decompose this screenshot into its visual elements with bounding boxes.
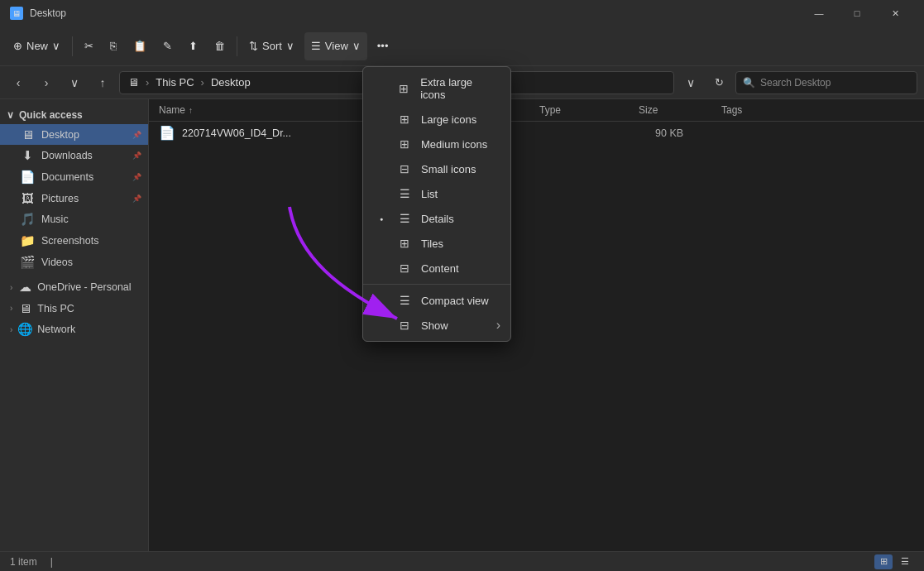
check-dot (375, 162, 388, 175)
share-button[interactable]: ⬆ (182, 32, 204, 60)
cut-icon: ✂ (84, 40, 93, 52)
view-icon: ☰ (311, 40, 321, 52)
downloads-icon: ⬇ (20, 148, 35, 163)
grid-view-toggle[interactable]: ⊞ (874, 554, 893, 569)
maximize-button[interactable]: □ (838, 0, 876, 26)
col-type-header[interactable]: Type (539, 104, 639, 116)
more-icon: ••• (377, 40, 389, 52)
screenshots-icon: 📁 (20, 233, 35, 248)
music-icon: 🎵 (20, 212, 35, 227)
dropdown-item-medium-icons[interactable]: ⊞ Medium icons (363, 132, 510, 156)
search-icon: 🔍 (743, 77, 755, 89)
sidebar-item-this-pc[interactable]: › 🖥 This PC (0, 298, 148, 319)
titlebar: 🖥 Desktop — □ ✕ (0, 0, 924, 26)
cut-button[interactable]: ✂ (78, 32, 100, 60)
toolbar-separator-1 (72, 36, 73, 56)
sidebar-item-label: Videos (41, 257, 73, 268)
dropdown-item-label: Medium icons (421, 138, 487, 151)
window-controls: — □ ✕ (800, 0, 914, 26)
file-row-0[interactable]: 📄 220714VW06_ID4_Dr... 05-08-2022 11:49 … (149, 122, 924, 144)
close-button[interactable]: ✕ (876, 0, 914, 26)
col-size-header[interactable]: Size (639, 104, 721, 116)
sidebar-item-documents[interactable]: 📄 Documents (0, 166, 148, 188)
dropdown-item-tiles[interactable]: ⊞ Tiles (363, 231, 510, 256)
dropdown-item-show[interactable]: ⊟ Show (363, 313, 510, 338)
paste-button[interactable]: 📋 (127, 32, 153, 60)
new-button[interactable]: ⊕ New ∨ (7, 32, 67, 60)
col-tags-header[interactable]: Tags (721, 104, 914, 116)
onedrive-icon: ☁ (17, 280, 32, 295)
sidebar-item-pictures[interactable]: 🖼 Pictures (0, 188, 148, 209)
dropdown-item-label: Tiles (421, 238, 443, 250)
sidebar-item-onedrive[interactable]: › ☁ OneDrive - Personal (0, 276, 148, 298)
refresh-button[interactable]: ↻ (707, 71, 730, 94)
window-title: Desktop (30, 7, 793, 19)
breadcrumb-desktop: Desktop (211, 76, 251, 89)
dropdown-item-list[interactable]: ☰ List (363, 181, 510, 206)
check-dot (375, 294, 388, 307)
search-box[interactable]: 🔍 Search Desktop (735, 71, 917, 94)
quick-access-chevron-icon: ∨ (7, 109, 14, 121)
expand-icon: › (10, 325, 12, 334)
copy-icon: ⎘ (110, 40, 117, 52)
quick-access-header[interactable]: ∨ Quick access (0, 106, 148, 124)
delete-button[interactable]: 🗑 (208, 32, 232, 60)
sidebar-item-music[interactable]: 🎵 Music (0, 209, 148, 230)
col-name-header[interactable]: Name ↑ (159, 104, 390, 116)
sidebar-item-label: Downloads (41, 150, 93, 161)
delete-icon: 🗑 (214, 40, 225, 52)
dropdown-item-compact-view[interactable]: ☰ Compact view (363, 288, 510, 313)
dropdown-item-label: Compact view (421, 295, 489, 307)
dropdown-item-content[interactable]: ⊟ Content (363, 256, 510, 281)
back-button[interactable]: ‹ (7, 71, 30, 94)
rename-button[interactable]: ✎ (156, 32, 179, 60)
dropdown-item-details[interactable]: ☰ Details (363, 206, 510, 231)
check-dot (375, 237, 388, 250)
show-icon: ⊟ (396, 319, 413, 332)
sidebar-item-videos[interactable]: 🎬 Videos (0, 252, 148, 273)
file-type-icon: 📄 (159, 125, 175, 141)
address-dropdown-button[interactable]: ∨ (679, 71, 702, 94)
pictures-icon: 🖼 (20, 191, 35, 205)
sidebar-item-label: Desktop (41, 129, 79, 141)
check-dot (375, 82, 388, 95)
check-dot (375, 262, 388, 275)
sidebar-item-label: Documents (41, 171, 93, 183)
check-dot (375, 187, 388, 200)
dropdown-item-label: List (421, 188, 438, 200)
sidebar-item-label: This PC (37, 303, 74, 314)
column-headers: Name ↑ Date Type Size Tags (149, 99, 924, 122)
sidebar-item-network[interactable]: › 🌐 Network (0, 319, 148, 340)
nav-dropdown-button[interactable]: ∨ (63, 71, 86, 94)
sidebar-item-downloads[interactable]: ⬇ Downloads (0, 145, 148, 166)
up-button[interactable]: ↑ (91, 71, 114, 94)
dropdown-item-label: Content (421, 262, 459, 275)
extra-large-icons-icon: ⊞ (396, 82, 413, 95)
toolbar: ⊕ New ∨ ✂ ⎘ 📋 ✎ ⬆ 🗑 ⇅ Sort ∨ ☰ View ∨ ••… (0, 26, 924, 66)
new-chevron-icon: ∨ (52, 40, 60, 52)
more-button[interactable]: ••• (371, 32, 395, 60)
share-icon: ⬆ (189, 40, 198, 52)
documents-icon: 📄 (20, 170, 35, 185)
minimize-button[interactable]: — (800, 0, 838, 26)
sidebar-item-label: OneDrive - Personal (37, 281, 131, 293)
sidebar-item-desktop[interactable]: 🖥 Desktop (0, 124, 148, 145)
check-dot-active (375, 212, 388, 225)
view-chevron-icon: ∨ (352, 40, 361, 52)
forward-button[interactable]: › (35, 71, 58, 94)
dropdown-item-large-icons[interactable]: ⊞ Large icons (363, 107, 510, 132)
dropdown-item-label: Small icons (421, 163, 476, 175)
details-icon: ☰ (396, 212, 413, 225)
list-view-toggle[interactable]: ☰ (896, 554, 914, 569)
copy-button[interactable]: ⎘ (103, 32, 123, 60)
sort-button[interactable]: ⇅ Sort ∨ (242, 32, 301, 60)
dropdown-item-small-icons[interactable]: ⊟ Small icons (363, 156, 510, 181)
check-dot (375, 319, 388, 332)
sidebar-item-label: Screenshots (41, 235, 98, 247)
sidebar-item-screenshots[interactable]: 📁 Screenshots (0, 230, 148, 252)
network-icon: 🌐 (17, 322, 32, 337)
dropdown-item-extra-large-icons[interactable]: ⊞ Extra large icons (363, 70, 510, 107)
check-dot (375, 137, 388, 151)
view-button[interactable]: ☰ View ∨ (304, 32, 367, 60)
list-icon: ☰ (396, 187, 413, 200)
